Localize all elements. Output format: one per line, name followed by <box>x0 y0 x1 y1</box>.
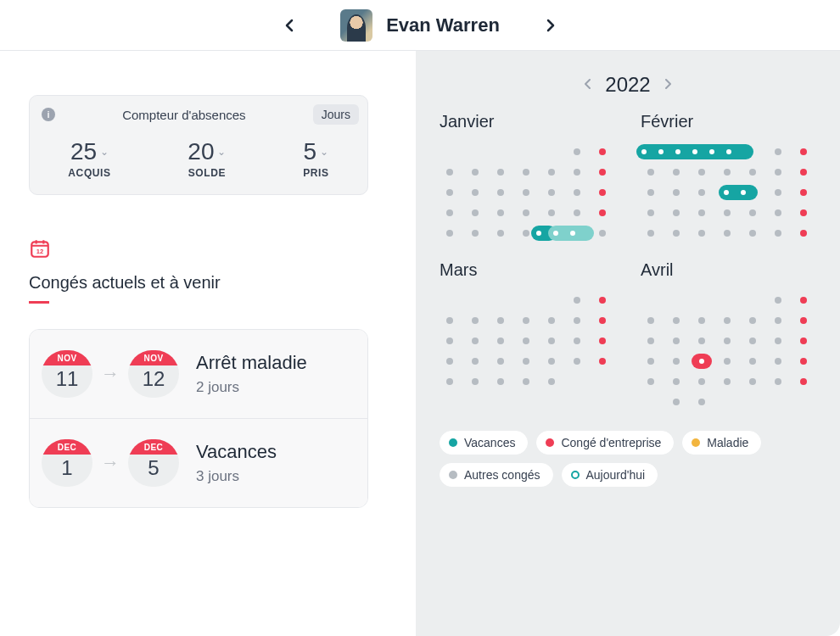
legend-dot <box>449 471 457 479</box>
counter-acquired[interactable]: 25⌄ ACQUIS <box>68 138 110 179</box>
prev-year-button[interactable] <box>585 77 591 92</box>
year-navigator: 2022 <box>416 73 840 97</box>
unit-toggle[interactable]: Jours <box>313 104 359 125</box>
chevron-down-icon: ⌄ <box>320 146 328 158</box>
leave-title: Vacances <box>196 441 277 462</box>
vacation-half-pill <box>548 226 594 241</box>
legend-autres[interactable]: Autres congés <box>440 463 553 487</box>
month-grid: Janvier <box>416 112 840 412</box>
left-panel: i Compteur d'absences Jours 25⌄ ACQUIS 2… <box>0 51 416 636</box>
legend-dot <box>546 438 554 447</box>
date-to-badge: DEC 5 <box>128 439 179 487</box>
month-january[interactable]: Janvier <box>440 112 624 243</box>
date-from-badge: NOV 11 <box>42 350 92 398</box>
calendar-panel: 2022 Janvier <box>416 51 840 636</box>
prev-user-button[interactable] <box>279 15 300 36</box>
legend-dot <box>449 438 457 447</box>
counter-balance[interactable]: 20⌄ SOLDE <box>188 138 226 179</box>
info-icon[interactable]: i <box>42 108 55 121</box>
today-marker <box>692 354 712 369</box>
section-title: Congés actuels et à venir <box>29 273 392 293</box>
legend-maladie[interactable]: Maladie <box>682 431 761 455</box>
username: Evan Warren <box>386 14 500 36</box>
vacation-pill <box>636 144 753 159</box>
leave-subtitle: 2 jours <box>196 379 307 396</box>
legend: Vacances Congé d'entreprise Maladie Autr… <box>416 412 840 487</box>
leave-subtitle: 3 jours <box>196 468 277 485</box>
month-march[interactable]: Mars <box>440 260 624 412</box>
legend-vacances[interactable]: Vacances <box>440 431 528 455</box>
header-bar: Evan Warren <box>0 0 840 51</box>
counter-taken[interactable]: 5⌄ PRIS <box>303 138 328 179</box>
next-user-button[interactable] <box>540 15 561 36</box>
month-february[interactable]: Février <box>641 112 825 243</box>
vacation-pill <box>719 185 758 200</box>
user-selector[interactable]: Evan Warren <box>340 9 500 42</box>
section-underline <box>29 301 49 304</box>
upcoming-leave-list: NOV 11 → NOV 12 Arrêt maladie 2 jours DE… <box>29 329 368 508</box>
date-from-badge: DEC 1 <box>42 439 92 487</box>
legend-conge-entreprise[interactable]: Congé d'entreprise <box>536 431 674 455</box>
date-to-badge: NOV 12 <box>128 350 179 398</box>
legend-dot <box>692 438 700 447</box>
chevron-down-icon: ⌄ <box>217 146 226 158</box>
next-year-button[interactable] <box>664 77 671 92</box>
counter-title: Compteur d'absences <box>55 108 313 122</box>
leave-item[interactable]: DEC 1 → DEC 5 Vacances 3 jours <box>30 419 367 507</box>
calendar-icon: 12 <box>29 237 51 259</box>
leave-item[interactable]: NOV 11 → NOV 12 Arrêt maladie 2 jours <box>30 330 367 419</box>
month-april[interactable]: Avril <box>641 260 825 412</box>
year-label: 2022 <box>605 73 650 97</box>
arrow-right-icon: → <box>101 452 120 474</box>
leave-title: Arrêt maladie <box>196 352 307 373</box>
svg-text:12: 12 <box>36 248 43 255</box>
legend-aujourdhui[interactable]: Aujourd'hui <box>562 463 658 487</box>
arrow-right-icon: → <box>101 363 120 385</box>
absence-counter-card: i Compteur d'absences Jours 25⌄ ACQUIS 2… <box>29 95 368 195</box>
avatar <box>340 9 372 42</box>
legend-ring-icon <box>571 471 580 479</box>
chevron-down-icon: ⌄ <box>100 146 109 158</box>
